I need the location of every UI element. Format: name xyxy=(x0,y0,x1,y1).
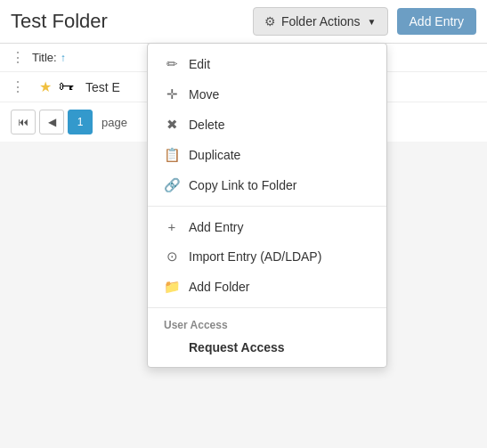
menu-item-import-entry[interactable]: ⊙ Import Entry (AD/LDAP) xyxy=(148,241,386,272)
menu-item-request-access-label: Request Access xyxy=(189,340,285,354)
key-icon: 🗝 xyxy=(59,77,75,96)
gear-icon: ⚙ xyxy=(264,14,276,29)
move-icon: ✛ xyxy=(164,86,180,102)
edit-icon: ✏ xyxy=(164,56,180,72)
menu-item-delete[interactable]: ✖ Delete xyxy=(148,110,386,140)
menu-item-duplicate-label: Duplicate xyxy=(189,148,240,162)
user-access-label: User Access xyxy=(148,314,386,333)
link-icon: 🔗 xyxy=(164,177,180,193)
prev-page-button[interactable]: ◀ xyxy=(39,110,64,134)
menu-item-add-entry[interactable]: + Add Entry xyxy=(148,212,386,241)
menu-item-edit-label: Edit xyxy=(189,57,210,71)
menu-item-move[interactable]: ✛ Move xyxy=(148,79,386,110)
import-icon: ⊙ xyxy=(164,248,180,265)
page-title: Test Folder xyxy=(11,10,108,33)
menu-item-move-label: Move xyxy=(189,87,219,102)
duplicate-icon: 📋 xyxy=(164,147,180,163)
menu-item-add-folder-label: Add Folder xyxy=(189,280,249,294)
title-column: Title: ↑ xyxy=(32,51,66,64)
menu-section-1: ✏ Edit ✛ Move ✖ Delete 📋 Duplicate 🔗 Cop… xyxy=(148,44,386,207)
folder-actions-dropdown: ✏ Edit ✛ Move ✖ Delete 📋 Duplicate 🔗 Cop… xyxy=(147,43,387,368)
add-folder-icon: 📁 xyxy=(164,279,180,295)
row-drag-icon: ⋮ xyxy=(11,78,32,95)
add-entry-button[interactable]: Add Entry xyxy=(397,8,476,35)
menu-item-edit[interactable]: ✏ Edit xyxy=(148,49,386,79)
drag-handle-icon: ⋮ xyxy=(11,49,32,66)
menu-item-request-access[interactable]: Request Access xyxy=(148,333,386,362)
menu-section-user-access: User Access Request Access xyxy=(148,308,386,367)
folder-actions-label: Folder Actions xyxy=(281,14,361,29)
first-page-button[interactable]: ⏮ xyxy=(11,110,36,134)
top-bar: Test Folder ⚙ Folder Actions ▼ Add Entry xyxy=(0,0,487,44)
chevron-down-icon: ▼ xyxy=(368,17,377,27)
delete-icon: ✖ xyxy=(164,117,180,133)
menu-item-duplicate[interactable]: 📋 Duplicate xyxy=(148,140,386,170)
menu-item-copy-link-label: Copy Link to Folder xyxy=(189,178,296,192)
page-label: page xyxy=(101,116,127,129)
sort-arrow-icon[interactable]: ↑ xyxy=(61,52,66,64)
current-page-button[interactable]: 1 xyxy=(68,110,93,134)
menu-item-import-entry-label: Import Entry (AD/LDAP) xyxy=(189,249,321,264)
menu-item-add-folder[interactable]: 📁 Add Folder xyxy=(148,272,386,302)
folder-actions-button[interactable]: ⚙ Folder Actions ▼ xyxy=(253,7,388,36)
title-label: Title: xyxy=(32,51,57,64)
menu-item-copy-link[interactable]: 🔗 Copy Link to Folder xyxy=(148,170,386,200)
menu-item-add-entry-label: Add Entry xyxy=(189,220,243,234)
menu-item-delete-label: Delete xyxy=(189,118,224,132)
add-entry-icon: + xyxy=(164,219,180,234)
menu-section-2: + Add Entry ⊙ Import Entry (AD/LDAP) 📁 A… xyxy=(148,207,386,308)
star-icon[interactable]: ★ xyxy=(39,78,52,95)
entry-name[interactable]: Test E xyxy=(85,80,120,94)
